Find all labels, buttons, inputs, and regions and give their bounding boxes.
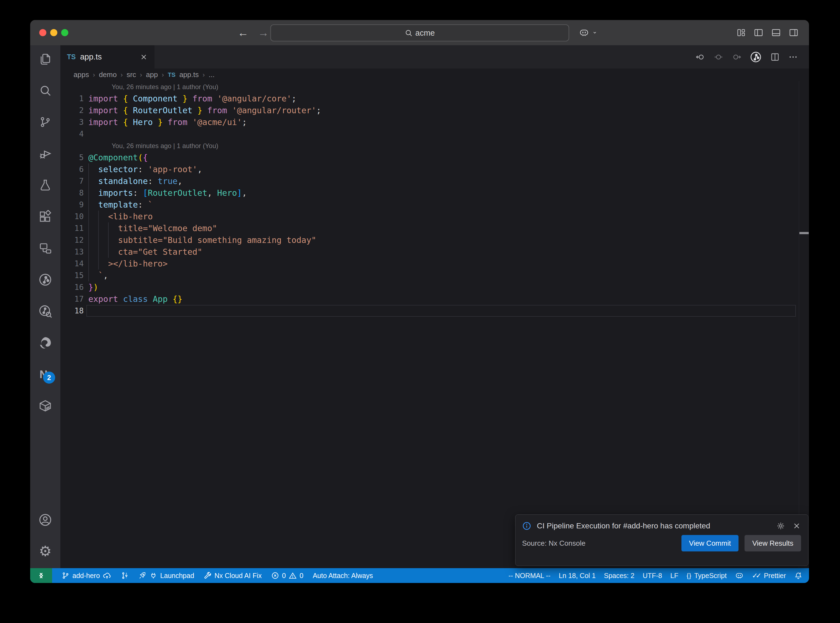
code-text: @Component({ bbox=[88, 152, 148, 163]
tab-app-ts[interactable]: TS app.ts bbox=[60, 45, 154, 69]
line-number: 12 bbox=[60, 234, 84, 246]
chevron-right-icon: › bbox=[203, 71, 205, 79]
forward-icon[interactable]: → bbox=[258, 27, 269, 38]
chevron-right-icon: › bbox=[140, 71, 142, 79]
notification-source: Source: Nx Console bbox=[522, 539, 682, 548]
status-cursor-position[interactable]: Ln 18, Col 1 bbox=[559, 572, 596, 580]
copilot-menu[interactable] bbox=[579, 20, 598, 45]
layout-controls bbox=[737, 20, 799, 45]
code-text: import { Component } from '@angular/core… bbox=[88, 93, 296, 104]
next-change-icon[interactable] bbox=[732, 52, 742, 62]
source-control-graph-icon[interactable] bbox=[750, 51, 762, 63]
indent-guide bbox=[108, 222, 118, 234]
customize-layout-icon[interactable] bbox=[737, 28, 746, 37]
indent-guide bbox=[108, 246, 118, 258]
current-change-icon[interactable] bbox=[714, 52, 723, 62]
breadcrumb-item[interactable]: app bbox=[146, 71, 158, 79]
indent-guide bbox=[88, 246, 98, 258]
status-eol[interactable]: LF bbox=[671, 572, 679, 580]
close-tab-icon[interactable] bbox=[140, 53, 148, 61]
line-number: 10 bbox=[60, 210, 84, 222]
sidebar-item-nx-project-graph[interactable] bbox=[38, 272, 53, 287]
command-center-search[interactable]: acme bbox=[270, 25, 569, 41]
code-lines: You, 26 minutes ago | 1 author (You)1imp… bbox=[60, 81, 809, 568]
sidebar-item-extensions[interactable] bbox=[38, 209, 53, 224]
toggle-primary-sidebar-icon[interactable] bbox=[754, 28, 763, 38]
accounts-button[interactable] bbox=[38, 512, 53, 528]
previous-change-icon[interactable] bbox=[696, 52, 705, 62]
breadcrumb-item-file[interactable]: app.ts bbox=[180, 71, 199, 79]
toggle-panel-icon[interactable] bbox=[771, 28, 781, 38]
zoom-window-button[interactable] bbox=[61, 29, 68, 36]
nx-badge: 2 bbox=[43, 371, 55, 384]
sidebar-item-containers[interactable] bbox=[38, 398, 53, 413]
back-icon[interactable]: ← bbox=[238, 27, 249, 38]
toggle-secondary-sidebar-icon[interactable] bbox=[789, 28, 799, 38]
split-editor-icon[interactable] bbox=[770, 52, 780, 62]
files-icon bbox=[39, 52, 52, 66]
code-text: import { RouterOutlet } from '@angular/r… bbox=[88, 104, 321, 116]
status-language[interactable]: {} TypeScript bbox=[686, 572, 727, 580]
breadcrumb-item[interactable]: demo bbox=[99, 71, 117, 79]
breadcrumb-item[interactable]: src bbox=[126, 71, 136, 79]
status-indentation[interactable]: Spaces: 2 bbox=[604, 572, 634, 580]
sidebar-item-explorer[interactable] bbox=[38, 51, 53, 67]
sidebar-item-nx-graph-search[interactable] bbox=[38, 304, 53, 319]
chevron-right-icon: › bbox=[120, 71, 123, 79]
notification-close-icon[interactable] bbox=[792, 522, 801, 530]
sidebar-item-search[interactable] bbox=[38, 83, 53, 98]
view-commit-button[interactable]: View Commit bbox=[682, 535, 739, 551]
status-launchpad[interactable]: Launchpad bbox=[138, 571, 194, 580]
manage-button[interactable]: ⚙ bbox=[38, 543, 53, 559]
indent-guide bbox=[88, 199, 98, 210]
status-branch[interactable]: add-hero bbox=[61, 571, 111, 580]
line-number: 6 bbox=[60, 163, 84, 175]
typescript-file-icon: TS bbox=[168, 71, 175, 78]
code-line: 15`, bbox=[60, 270, 809, 281]
compare-changes-icon bbox=[121, 571, 129, 580]
status-nx-cloud-fix[interactable]: Nx Cloud AI Fix bbox=[204, 571, 262, 580]
minimize-window-button[interactable] bbox=[50, 29, 57, 36]
view-results-button[interactable]: View Results bbox=[745, 535, 801, 551]
close-window-button[interactable] bbox=[39, 29, 46, 36]
more-actions-icon[interactable] bbox=[788, 52, 798, 62]
sidebar-item-remote-explorer[interactable] bbox=[38, 241, 53, 256]
sidebar-item-nx-console[interactable]: N> 2 bbox=[38, 367, 53, 382]
code-line: 8imports: [RouterOutlet, Hero], bbox=[60, 187, 809, 199]
blame-annotation-row: You, 26 minutes ago | 1 author (You) bbox=[60, 81, 809, 93]
sidebar-item-edge-browser[interactable] bbox=[38, 335, 53, 350]
sidebar-item-run-debug[interactable] bbox=[38, 146, 53, 161]
indent-guide bbox=[88, 258, 98, 270]
status-git-graph[interactable] bbox=[121, 571, 129, 580]
line-number: 18 bbox=[60, 305, 84, 317]
line-number: 13 bbox=[60, 246, 84, 258]
account-icon bbox=[38, 513, 52, 527]
status-notifications[interactable] bbox=[794, 571, 802, 580]
code-text: imports: [RouterOutlet, Hero], bbox=[88, 187, 247, 199]
code-line: 4 bbox=[60, 128, 809, 140]
breadcrumb-item-symbol[interactable]: ... bbox=[209, 71, 215, 79]
status-problems[interactable]: 0 0 bbox=[271, 571, 303, 580]
status-vim-mode[interactable]: -- NORMAL -- bbox=[508, 572, 550, 580]
code-text: ></lib-hero> bbox=[88, 258, 167, 270]
code-editor[interactable]: You, 26 minutes ago | 1 author (You)1imp… bbox=[60, 81, 809, 568]
sidebar-item-testing[interactable] bbox=[38, 177, 53, 193]
breadcrumb-item[interactable]: apps bbox=[74, 71, 89, 79]
status-copilot[interactable] bbox=[735, 571, 744, 580]
vscode-window: ← → acme bbox=[30, 20, 809, 583]
run-debug-icon bbox=[39, 147, 52, 160]
status-auto-attach[interactable]: Auto Attach: Always bbox=[313, 572, 373, 580]
code-text: `, bbox=[88, 270, 108, 281]
status-prettier[interactable]: ✓✓ Prettier bbox=[752, 571, 786, 580]
beaker-icon bbox=[39, 178, 52, 192]
remote-indicator[interactable] bbox=[30, 568, 52, 583]
code-line: 7standalone: true, bbox=[60, 175, 809, 187]
sidebar-item-source-control[interactable] bbox=[38, 114, 53, 130]
notification-settings-gear-icon[interactable] bbox=[776, 522, 785, 530]
scrollbar-track[interactable] bbox=[799, 81, 799, 568]
line-number: 8 bbox=[60, 187, 84, 199]
status-encoding[interactable]: UTF-8 bbox=[643, 572, 662, 580]
line-number: 7 bbox=[60, 175, 84, 187]
source-control-icon bbox=[39, 115, 52, 129]
code-line: 17export class App {} bbox=[60, 293, 809, 305]
